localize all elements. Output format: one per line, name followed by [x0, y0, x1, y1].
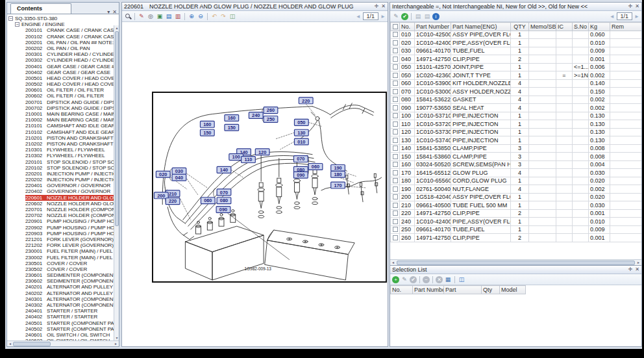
checkbox-icon[interactable] — [393, 170, 398, 175]
next-page-icon[interactable]: ► — [634, 14, 639, 19]
remove-icon[interactable]: − — [423, 276, 430, 283]
callout-070[interactable]: 070 — [217, 189, 231, 196]
table-row[interactable]: 17016415-65512GLOW PLUG40.030 — [391, 169, 642, 177]
contents-item[interactable]: 200201OIL PAN / OIL PAN ## NOTE:OR — [7, 40, 114, 45]
row-checkbox[interactable] — [391, 234, 400, 242]
contents-item[interactable]: 230002FUEL FILTER (MAIN) / FUEL FILT — [7, 255, 114, 261]
row-checkbox[interactable] — [391, 63, 400, 71]
table-row[interactable]: 2401C010-42400PIPE,ASSY(OVER FLOW)10.010 — [391, 218, 642, 226]
contents-item[interactable]: 240401STARTER / STARTER — [7, 308, 114, 314]
prev-page-icon[interactable]: ◄ — [356, 14, 361, 19]
contents-item[interactable]: 220102STOP SOLENOID / STOP SOLENO — [7, 165, 114, 171]
table-row[interactable]: 08015841-53622GASKET40.002 — [391, 96, 642, 104]
contents-item[interactable]: 230502COVER / COVER — [7, 266, 114, 272]
checkbox-icon[interactable] — [393, 219, 398, 224]
callout-090[interactable]: 090 — [293, 172, 308, 178]
checkbox-icon[interactable] — [393, 186, 398, 192]
checkbox-icon[interactable] — [393, 113, 398, 118]
search-icon[interactable] — [124, 12, 132, 20]
table-row[interactable]: 15015841-53860CLAMP,PIPE30.008 — [391, 153, 642, 161]
table-row[interactable]: 2001G518-42040ASSY PIPE,OVER FLOW10.020 — [391, 193, 642, 201]
collapse-icon[interactable] — [8, 16, 13, 21]
confirm-icon[interactable]: ✔ — [410, 276, 417, 283]
row-checkbox[interactable] — [391, 104, 400, 112]
zoom-out-icon[interactable]: ⊖ — [197, 12, 204, 20]
callout-160[interactable]: 160 — [225, 115, 239, 121]
table-row[interactable]: 04014971-42750CLIP,PIPE20.001 — [391, 55, 642, 64]
contents-item[interactable]: 240402STARTER / STARTER — [7, 314, 114, 320]
select-all-checkbox[interactable] — [391, 23, 400, 31]
collapse-icon[interactable] — [15, 22, 19, 27]
print-icon[interactable]: ▦ — [444, 275, 452, 283]
contents-item[interactable]: 240501STARTER (COMPONENT PARTS) — [7, 320, 114, 326]
column-header-rem[interactable]: Rem — [610, 23, 642, 31]
contents-item[interactable]: 200401GEAR CASE / GEAR CASE ## NO — [7, 64, 114, 70]
table-row[interactable]: 14015841-53850CLAMP,PIPE30.008 — [391, 144, 642, 153]
scroll-right-icon[interactable]: ► — [113, 342, 119, 346]
next-view-icon[interactable]: ↷ — [219, 12, 227, 20]
table-row[interactable]: 0601C010-53900KIT HOLDER,NOZZLE40.140 — [391, 79, 642, 88]
contents-item[interactable]: 210102CAMSHAFT AND IDLE GEAR SHA — [7, 129, 114, 135]
row-checkbox[interactable] — [391, 31, 400, 39]
scroll-right-icon[interactable]: ► — [636, 261, 641, 264]
column-header-model[interactable]: Model — [500, 286, 526, 294]
checkbox-icon[interactable] — [393, 73, 398, 78]
column-header-kg[interactable]: Kg — [589, 23, 610, 31]
close-icon[interactable]: ✕ — [635, 266, 639, 273]
checkbox-icon[interactable] — [393, 40, 398, 45]
checkbox-icon[interactable] — [393, 81, 398, 86]
contents-item[interactable]: 200102CRANK CASE / CRANK CASE — [7, 34, 114, 40]
save-icon[interactable]: ◫ — [458, 275, 465, 283]
callout-150[interactable]: 150 — [200, 129, 214, 136]
checkbox-icon[interactable] — [393, 32, 398, 37]
row-checkbox[interactable] — [391, 88, 400, 96]
contents-item[interactable]: 200202OIL PAN / OIL PAN — [7, 45, 114, 51]
row-checkbox[interactable] — [391, 209, 400, 218]
contents-item[interactable]: 220201INJECTION PUMP / INJECTION P — [7, 171, 114, 177]
contents-item[interactable]: 200601OIL FILTER / OIL FILTER — [7, 87, 114, 93]
contents-item[interactable]: 240502STARTER (COMPONENT PARTS) — [7, 326, 114, 332]
checkbox-icon[interactable] — [393, 211, 398, 216]
contents-item[interactable]: 220101STOP SOLENOID / STOP SOLENO — [7, 159, 114, 165]
tab-contents[interactable]: Contents — [10, 3, 71, 14]
scrollbar-thumb[interactable] — [115, 31, 119, 226]
callout-120[interactable]: 120 — [255, 149, 269, 155]
contents-item[interactable]: 230001FUEL FILTER (MAIN) / FUEL FILT — [7, 248, 114, 254]
table-row[interactable]: 1101C010-53720PIPE,INJECTION10.130 — [391, 120, 642, 129]
contents-item[interactable]: 240201ALTERNATOR AND PULLEY / ALT — [7, 284, 114, 290]
row-checkbox[interactable] — [391, 144, 400, 153]
contents-item[interactable]: 240202ALTERNATOR AND PULLEY / ALT — [7, 290, 114, 296]
prev-page-icon[interactable]: ◄ — [610, 14, 615, 19]
callout-070[interactable]: 070 — [293, 156, 308, 162]
contents-vertical-scrollbar[interactable]: ▲ ▼ — [114, 25, 119, 340]
contents-item[interactable]: 200301CYLINDER HEAD / CYLINDER HE — [7, 51, 114, 57]
checkbox-icon[interactable] — [393, 178, 398, 183]
contents-item[interactable]: 240302ALTERNATOR (COMPONENT PAR — [7, 302, 114, 308]
contents-item[interactable]: 210101CAMSHAFT AND IDLE GEAR SHA — [7, 123, 114, 129]
callout-edit-icon[interactable]: ✎ — [138, 12, 145, 20]
copy-list-icon[interactable]: ▤ — [414, 12, 422, 20]
contents-item[interactable]: 221202FORK LEVER (GOVERNOR) / FOR — [7, 242, 114, 248]
checkbox-icon[interactable] — [393, 129, 398, 134]
info-icon[interactable]: i — [432, 13, 440, 20]
callout-150[interactable]: 150 — [225, 124, 239, 131]
checkbox-icon[interactable] — [393, 64, 398, 70]
table-row[interactable]: 25009661-40170TUBE,FUEL10.009 — [391, 225, 642, 234]
column-header-part[interactable]: Part — [444, 286, 482, 294]
diagram-canvas[interactable]: 2202602402500501601501601501300101401201… — [122, 23, 388, 346]
row-checkbox[interactable] — [391, 201, 400, 210]
contents-item[interactable]: 221201FORK LEVER (GOVERNOR) / FOR — [7, 237, 114, 242]
row-checkbox[interactable] — [391, 96, 400, 104]
table-row[interactable]: 0701C010-53000ASSY HOLDER,NOZZLE40.150 — [391, 88, 642, 96]
table-row[interactable]: 26014971-42750CLIP,PIPE20.001 — [391, 234, 642, 242]
add-icon[interactable]: + — [392, 276, 399, 283]
callout-010[interactable]: 010 — [294, 138, 308, 145]
row-checkbox[interactable] — [391, 218, 400, 226]
checkbox-icon[interactable] — [393, 235, 398, 240]
contents-item[interactable]: 220901PUMP HOUSING / PUMP HOUSIN — [7, 218, 114, 224]
contents-item[interactable]: 210201PISTON AND CRANKSHAFT / PIS — [7, 135, 114, 141]
row-checkbox[interactable] — [391, 136, 400, 145]
table-row[interactable]: 1001C010-53710PIPE,INJECTION10.130 — [391, 112, 642, 120]
pin-icon[interactable]: ✛ — [628, 3, 633, 10]
column-header-qty[interactable]: QTY — [511, 23, 529, 31]
